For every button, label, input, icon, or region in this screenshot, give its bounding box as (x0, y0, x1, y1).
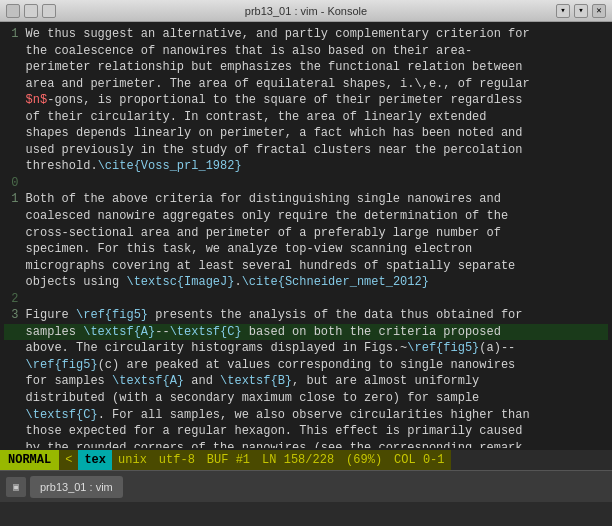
status-bar: NORMAL < tex unix utf-8 BUF #1 LN 158/22… (0, 450, 612, 470)
close-x-button[interactable]: ✕ (592, 4, 606, 18)
buf-indicator: BUF #1 (201, 450, 256, 470)
col-indicator: COL 0-1 (388, 450, 450, 470)
editor-area: 1 We thus suggest an alternative, and pa… (0, 22, 612, 450)
ln-indicator: LN 158/228 (256, 450, 340, 470)
minimize-button[interactable] (24, 4, 38, 18)
title-bar-right: ▾ ▾ ✕ (556, 4, 606, 18)
format-indicator: unix (112, 450, 153, 470)
close-button[interactable] (6, 4, 20, 18)
status-sep1: < (59, 450, 78, 470)
window-controls[interactable] (6, 4, 56, 18)
title-bar: prb13_01 : vim - Konsole ▾ ▾ ✕ (0, 0, 612, 22)
vim-editor[interactable]: 1 We thus suggest an alternative, and pa… (0, 24, 612, 448)
encoding-indicator: utf-8 (153, 450, 201, 470)
filetype-indicator: tex (78, 450, 112, 470)
menu-button[interactable]: ▾ (556, 4, 570, 18)
pct-indicator: (69%) (340, 450, 388, 470)
settings-button[interactable]: ▾ (574, 4, 588, 18)
taskbar-icon: ▣ (6, 477, 26, 497)
taskbar-item-vim[interactable]: prb13_01 : vim (30, 476, 123, 498)
taskbar: ▣ prb13_01 : vim (0, 470, 612, 502)
maximize-button[interactable] (42, 4, 56, 18)
mode-indicator: NORMAL (0, 450, 59, 470)
window-title: prb13_01 : vim - Konsole (60, 5, 552, 17)
